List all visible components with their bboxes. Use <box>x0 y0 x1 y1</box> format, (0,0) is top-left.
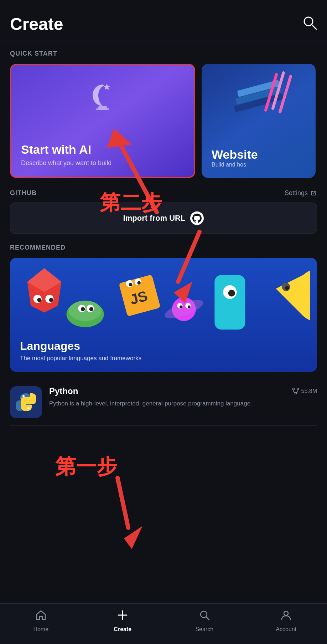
home-icon <box>35 609 47 623</box>
lang-chars-decoration: JS <box>10 258 317 343</box>
ai-card-subtitle: Describe what you want to build <box>21 159 111 167</box>
python-title: Python <box>49 386 78 396</box>
nav-item-create[interactable]: Create <box>82 609 164 633</box>
svg-line-54 <box>206 617 209 620</box>
recommended-section: RECOMMENDED <box>0 244 327 434</box>
languages-card-title: Languages <box>20 339 141 353</box>
create-label: Create <box>114 626 131 633</box>
create-icon <box>117 609 128 623</box>
svg-point-15 <box>49 298 53 302</box>
languages-card-bg: JS <box>10 258 317 372</box>
ai-card-title: Start with AI <box>21 143 91 157</box>
svg-marker-50 <box>124 526 142 549</box>
svg-point-39 <box>285 286 289 290</box>
svg-line-49 <box>118 478 128 528</box>
python-meta: 55.8M <box>292 388 317 394</box>
search-label: Search <box>195 626 213 633</box>
languages-card[interactable]: JS <box>10 258 317 372</box>
github-section: GITHUB Settings Import from URL <box>0 189 327 244</box>
quick-start-scroll: Start with AI Describe what you want to … <box>0 64 327 189</box>
python-description: Python is a high-level, interpreted, gen… <box>49 399 317 408</box>
nav-item-home[interactable]: Home <box>0 609 82 633</box>
website-card[interactable]: Website Build and hos <box>202 64 316 178</box>
nav-search-icon <box>199 609 210 623</box>
account-icon <box>280 609 292 623</box>
svg-point-43 <box>297 388 299 390</box>
svg-point-55 <box>284 611 288 615</box>
languages-card-text: Languages The most popular languages and… <box>20 339 141 362</box>
svg-point-34 <box>188 305 191 308</box>
python-item-header: Python 55.8M <box>49 386 317 396</box>
page-title: Create <box>10 14 63 34</box>
svg-point-26 <box>129 283 133 286</box>
python-list-item[interactable]: Python 55.8M Python is a high-level, int… <box>10 379 317 426</box>
python-item-content: Python 55.8M Python is a high-level, int… <box>49 386 317 408</box>
svg-point-19 <box>81 307 85 311</box>
header-divider <box>0 41 327 41</box>
bottom-navigation: Home Create Search Account <box>0 603 327 644</box>
website-card-subtitle: Build and hos <box>212 162 246 168</box>
github-settings-link[interactable]: Settings <box>285 189 317 197</box>
fork-icon <box>292 388 299 394</box>
svg-point-40 <box>22 395 25 397</box>
recommended-label: RECOMMENDED <box>10 244 317 251</box>
languages-card-subtitle: The most popular languages and framework… <box>20 355 141 362</box>
import-url-button[interactable]: Import from URL <box>10 203 317 234</box>
search-icon[interactable] <box>302 15 317 33</box>
svg-rect-35 <box>214 275 245 329</box>
github-header: GITHUB Settings <box>10 189 317 197</box>
svg-line-1 <box>312 25 316 29</box>
website-card-title: Website <box>212 148 258 162</box>
svg-point-13 <box>37 298 41 302</box>
svg-rect-2 <box>98 106 107 108</box>
github-label: GITHUB <box>10 189 37 197</box>
svg-point-42 <box>292 388 294 390</box>
nav-item-account[interactable]: Account <box>245 609 327 633</box>
svg-point-17 <box>69 301 102 321</box>
nav-item-search[interactable]: Search <box>164 609 245 633</box>
ai-icon <box>85 79 120 122</box>
home-label: Home <box>33 626 48 633</box>
python-icon <box>10 386 42 418</box>
svg-point-32 <box>180 305 182 308</box>
app-header: Create <box>0 0 327 41</box>
svg-point-28 <box>137 281 141 285</box>
svg-point-21 <box>89 307 93 311</box>
language-characters-svg: JS <box>17 260 310 342</box>
svg-point-37 <box>228 290 235 296</box>
quick-start-label: QUICK START <box>0 50 327 64</box>
books-decoration <box>216 67 316 146</box>
start-with-ai-card[interactable]: Start with AI Describe what you want to … <box>10 64 195 178</box>
svg-rect-3 <box>96 108 109 110</box>
external-link-icon <box>310 190 317 197</box>
account-label: Account <box>276 626 296 633</box>
github-icon <box>190 211 204 225</box>
svg-point-41 <box>27 407 30 409</box>
